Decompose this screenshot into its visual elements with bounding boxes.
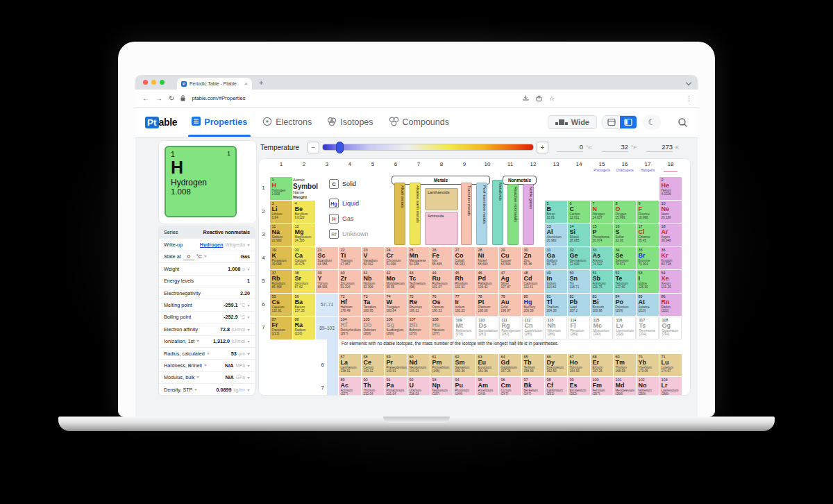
new-tab-button[interactable]: +	[259, 78, 263, 87]
element-cell-Ar[interactable]: 18ArArgon39.948	[659, 224, 682, 246]
element-cell-Rg[interactable]: 111RgRoentgenium(282)	[499, 317, 521, 339]
sidebar-layout-button[interactable]	[620, 116, 637, 128]
element-cell-Kr[interactable]: 36KrKrypton83.798	[659, 247, 682, 270]
element-cell-Nb[interactable]: 41NbNiobium92.906	[362, 270, 384, 293]
element-cell-Sb[interactable]: 51SbAntimony121.76	[591, 270, 613, 293]
browser-menu-icon[interactable]: ⋮	[686, 95, 692, 102]
element-cell-Te[interactable]: 52TeTellurium127.60	[614, 270, 636, 293]
element-cell-Og[interactable]: 118OgOganesson(294)	[659, 317, 682, 339]
element-cell-Mg[interactable]: 12MgMagnesium24.305	[293, 224, 315, 246]
element-cell-Gd[interactable]: 64GdGadolinium157.25	[499, 354, 521, 377]
element-cell-Fe[interactable]: 26FeIron55.845	[430, 247, 453, 270]
element-cell-In[interactable]: 49InIndium114.82	[545, 270, 567, 293]
element-cell-Po[interactable]: 84PoPolonium(209)	[614, 294, 636, 317]
property-row[interactable]: Weight1.008u	[159, 262, 255, 274]
element-cell-S[interactable]: 16SSulfur32.06	[614, 224, 636, 246]
element-cell-Au[interactable]: 79AuGold196.97	[499, 294, 521, 317]
element-cell-Sm[interactable]: 62SmSamarium150.36	[453, 354, 476, 377]
property-row[interactable]: Hardness, BrinellN/AMPa	[159, 359, 255, 371]
element-cell-F[interactable]: 9FFluorine18.998	[637, 201, 659, 224]
element-cell-Be[interactable]: 4BeBeryllium9.0122	[293, 201, 315, 224]
browser-tab[interactable]: P Periodic Table - Ptable ×	[177, 78, 252, 90]
category-legend-alkali-metals[interactable]: Alkali metals	[394, 183, 405, 245]
category-legend-transition-metals[interactable]: Transition metals	[461, 183, 472, 245]
element-cell-C[interactable]: 6CCarbon12.011	[568, 201, 590, 224]
element-cell-Cn[interactable]: 112CnCopernicium(285)	[522, 317, 544, 339]
property-row[interactable]: State at0°CGas	[159, 251, 255, 262]
temperature-minus-button[interactable]: −	[308, 142, 319, 153]
element-cell-Bh[interactable]: 107BhBohrium(270)	[407, 317, 430, 339]
element-cell-Ac[interactable]: 89AcActinium(227)	[339, 377, 361, 396]
element-cell-Re[interactable]: 75ReRhenium186.21	[407, 294, 430, 317]
element-cell-Lr[interactable]: 103LrLawrencium(266)	[659, 377, 682, 396]
temperature-slider[interactable]	[322, 144, 534, 151]
element-cell-Pu[interactable]: 94PuPlutonium(244)	[453, 377, 476, 396]
element-cell-Ta[interactable]: 73TaTantalum180.95	[362, 294, 384, 317]
element-cell-H[interactable]: 1HHydrogen1.008	[270, 177, 292, 200]
property-row[interactable]: Electron affinity72.8kJ/mol	[159, 323, 255, 335]
category-legend-post-transition-metals[interactable]: Post-transition metals	[476, 183, 487, 245]
element-cell-Cu[interactable]: 29CuCopper63.546	[499, 247, 521, 270]
element-cell-Np[interactable]: 93NpNeptunium(237)	[430, 377, 453, 396]
label-dropdown-caret[interactable]	[207, 353, 210, 355]
temperature-plus-button[interactable]: +	[537, 142, 548, 153]
element-cell-Mc[interactable]: 115McMoscovium(290)	[591, 317, 613, 339]
element-cell-Ni[interactable]: 28NiNickel58.693	[476, 247, 498, 270]
tab-compounds[interactable]: Compounds	[381, 108, 457, 137]
element-cell-Cf[interactable]: 98CfCalifornium(251)	[545, 377, 567, 396]
reload-icon[interactable]: ↻	[169, 94, 174, 102]
element-cell-Tl[interactable]: 81TlThallium204.38	[545, 294, 567, 317]
element-cell-Dy[interactable]: 66DyDysprosium162.50	[545, 354, 567, 377]
element-cell-Sr[interactable]: 38SrStrontium87.62	[293, 270, 315, 293]
element-cell-O[interactable]: 8OOxygen15.999	[614, 201, 636, 224]
element-cell-He[interactable]: 2HeHelium4.0026	[659, 177, 682, 200]
element-cell-Zn[interactable]: 30ZnZinc65.38	[522, 247, 544, 270]
property-row[interactable]: Electronegativity2.20	[159, 287, 255, 299]
element-cell-Ne[interactable]: 10NeNeon20.180	[659, 201, 682, 224]
element-cell-Mt[interactable]: 109MtMeitnerium(278)	[453, 317, 476, 339]
value-dropdown-caret[interactable]	[247, 329, 250, 331]
element-cell-P[interactable]: 15PPhosphorus30.974	[591, 224, 613, 246]
element-cell-Ds[interactable]: 110DsDarmstadtium(281)	[476, 317, 498, 339]
kelvin-input[interactable]: 273	[646, 143, 673, 152]
element-cell-Yb[interactable]: 70YbYtterbium173.05	[637, 354, 659, 377]
property-row[interactable]: Write-upHydrogenWikipedia	[159, 238, 255, 250]
ptable-logo[interactable]: Ptable	[145, 117, 177, 128]
element-cell-Eu[interactable]: 63EuEuropium151.96	[476, 354, 498, 377]
element-cell-Li[interactable]: 3LiLithium6.94	[270, 201, 292, 224]
element-cell-Pb[interactable]: 82PbLead207.2	[568, 294, 590, 317]
element-cell-Hs[interactable]: 108HsHassium(277)	[430, 317, 453, 339]
element-cell-At[interactable]: 85AtAstatine(210)	[637, 294, 659, 317]
element-cell-Cs[interactable]: 55CsCaesium132.91	[270, 294, 292, 317]
element-cell-Tb[interactable]: 65TbTerbium158.93	[522, 354, 544, 377]
label-dropdown-caret[interactable]	[194, 389, 197, 391]
category-legend-actinoids[interactable]: Actinoids	[425, 212, 458, 245]
element-cell-Pa[interactable]: 91PaProtactinium231.04	[385, 377, 407, 396]
forward-icon[interactable]: →	[155, 94, 162, 102]
value-dropdown-caret[interactable]	[247, 365, 250, 367]
property-row[interactable]: Boiling point-252.9°C	[159, 311, 255, 323]
property-row[interactable]: Density, STP0.0899kg/m³	[159, 383, 255, 395]
element-cell-K[interactable]: 19KPotassium39.098	[270, 247, 292, 270]
window-minimize-button[interactable]	[151, 80, 156, 85]
element-cell-Ru[interactable]: 44RuRuthenium101.07	[430, 270, 453, 293]
element-cell-Ca[interactable]: 20CaCalcium40.078	[293, 247, 315, 270]
dark-mode-button[interactable]: ☾	[643, 115, 661, 130]
element-cell-Ir[interactable]: 77IrIridium192.22	[453, 294, 476, 317]
element-cell-Ho[interactable]: 67HoHolmium164.93	[568, 354, 590, 377]
element-cell-Ra[interactable]: 88RaRadium(226)	[293, 317, 315, 339]
element-cell-Sg[interactable]: 106SgSeaborgium(269)	[385, 317, 407, 339]
element-cell-Ag[interactable]: 47AgSilver107.87	[499, 270, 521, 293]
property-row[interactable]: Modulus, bulkN/AGPa	[159, 371, 255, 383]
element-cell-Bi[interactable]: 83BiBismuth208.98	[591, 294, 613, 317]
tab-close-icon[interactable]: ×	[244, 81, 248, 87]
element-cell-Fr[interactable]: 87FrFrancium(223)	[270, 317, 292, 339]
category-legend-metalloids[interactable]: Metalloids	[492, 180, 503, 245]
element-cell-Cr[interactable]: 24CrChromium51.996	[385, 247, 407, 270]
wide-toggle-button[interactable]: Wide	[548, 115, 597, 129]
element-cell-Ce[interactable]: 58CeCerium140.12	[362, 354, 384, 377]
element-cell-Ga[interactable]: 31GaGallium69.723	[545, 247, 567, 270]
element-cell-Si[interactable]: 14SiSilicon28.085	[568, 224, 590, 246]
bookmark-star-icon[interactable]: ☆	[549, 95, 555, 102]
celsius-input[interactable]: 0	[557, 143, 583, 152]
